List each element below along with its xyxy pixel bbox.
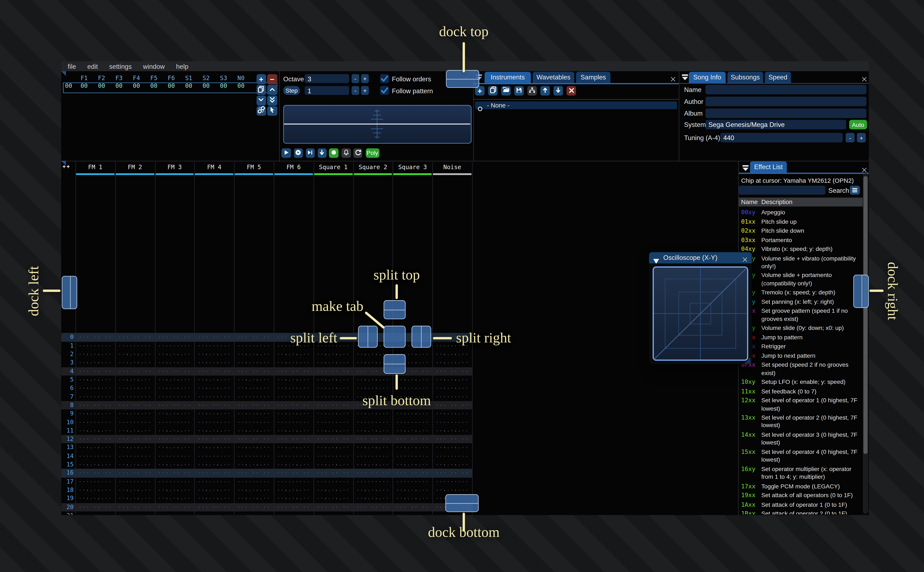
channel-header-9[interactable]: Noise: [433, 164, 472, 170]
collapse-panel-icon[interactable]: [742, 164, 749, 172]
pattern-cell[interactable]: ··· ·· ·· ·· ··: [393, 494, 433, 503]
effect-row-13xx[interactable]: 13xxSet level of operator 2 (0 highest, …: [741, 413, 860, 429]
pattern-cell[interactable]: ··· ·· ·· ·· ··: [313, 494, 353, 503]
step-increase-button[interactable]: +: [361, 86, 369, 95]
pattern-cell[interactable]: ··· ·· ·· ·· ··: [115, 503, 155, 511]
pattern-cell[interactable]: ··· ·· ·· ·· ··: [195, 333, 234, 342]
pattern-cell[interactable]: ··· ·· ·· ·· ··: [313, 401, 353, 410]
pattern-cell[interactable]: ··· ·· ·· ·· ··: [115, 392, 155, 401]
pattern-cell[interactable]: ··· ·· ·· ·· ··: [433, 410, 472, 418]
pattern-cell[interactable]: ··· ·· ·· ·· ··: [115, 359, 155, 367]
pattern-cell[interactable]: ··· ·· ·· ·· ··: [115, 376, 155, 384]
pattern-cell[interactable]: ··· ·· ·· ·· ··: [155, 452, 195, 460]
pattern-cell[interactable]: ··· ·· ·· ·· ··: [115, 401, 155, 410]
pattern-cell[interactable]: ··· ·· ·· ·· ··: [433, 426, 472, 435]
pattern-cell[interactable]: ··· ·· ·· ·· ··: [274, 486, 313, 494]
pattern-cell[interactable]: ··· ·· ·· ·· ··: [274, 367, 313, 376]
channel-header-5[interactable]: FM 6: [274, 164, 313, 170]
pattern-cell[interactable]: ··· ·· ·· ·· ··: [274, 477, 313, 486]
pattern-cell[interactable]: ··· ·· ·· ·· ··: [195, 452, 234, 460]
pattern-cell[interactable]: ··· ·· ·· ·· ··: [155, 350, 195, 359]
effect-row-04xy[interactable]: 04xyVibrato (x: speed; y: depth): [741, 245, 860, 253]
add-order-button[interactable]: +: [256, 74, 266, 84]
pattern-cell[interactable]: ··· ·· ·· ·· ··: [353, 460, 393, 469]
pattern-cell[interactable]: ··· ·· ·· ·· ··: [353, 511, 393, 515]
effect-row-09xx[interactable]: 09xxSet groove pattern (speed 1 if no gr…: [741, 307, 860, 323]
orders-channel-0[interactable]: F1: [75, 75, 93, 81]
orders-channel-5[interactable]: F6: [162, 75, 180, 81]
dock-target-make-tab[interactable]: [383, 326, 405, 348]
pattern-cell[interactable]: ··· ·· ·· ·· ··: [274, 401, 313, 410]
pattern-cell[interactable]: ··· ·· ·· ·· ··: [433, 384, 472, 393]
order-cell-1[interactable]: 00: [93, 82, 110, 92]
pattern-cell[interactable]: ··· ·· ·· ·· ··: [433, 350, 472, 359]
pattern-cell[interactable]: ··· ·· ·· ·· ··: [274, 460, 313, 469]
pattern-cell[interactable]: ··· ·· ·· ·· ··: [234, 376, 274, 384]
pattern-cell[interactable]: ··· ·· ·· ·· ··: [115, 452, 155, 460]
effect-row-1Axx[interactable]: 1AxxSet attack of operator 1 (0 to 1F): [741, 500, 860, 508]
pattern-cell[interactable]: ··· ·· ·· ·· ··: [274, 426, 313, 435]
pattern-cell[interactable]: ··· ·· ·· ·· ··: [313, 443, 353, 452]
move-order-down-button[interactable]: [256, 96, 266, 106]
pattern-cell[interactable]: ··· ·· ·· ·· ··: [195, 477, 234, 486]
repeat-pattern-button[interactable]: [353, 148, 362, 158]
pattern-cell[interactable]: ··· ·· ·· ·· ··: [75, 410, 115, 418]
pattern-cell[interactable]: ··· ·· ·· ·· ··: [234, 443, 274, 452]
pattern-cell[interactable]: ··· ·· ·· ·· ··: [393, 418, 433, 426]
pattern-cell[interactable]: ··· ·· ·· ·· ··: [353, 410, 393, 418]
pattern-cell[interactable]: ··· ·· ·· ·· ··: [234, 435, 274, 444]
pattern-cell[interactable]: ··· ·· ·· ·· ··: [274, 350, 313, 359]
pattern-cell[interactable]: ··· ·· ·· ·· ··: [195, 435, 234, 444]
pattern-cell[interactable]: ··· ·· ·· ·· ··: [234, 359, 274, 367]
pattern-cell[interactable]: ··· ·· ·· ·· ··: [393, 426, 433, 435]
pattern-cell[interactable]: ··· ·· ·· ·· ··: [195, 392, 234, 401]
tab-speed[interactable]: Speed: [765, 72, 791, 83]
order-cell-7[interactable]: 00: [197, 82, 215, 92]
effect-row-1Bxx[interactable]: 1BxxSet attack of operator 2 (0 to 1F): [741, 510, 860, 514]
pattern-cell[interactable]: ··· ·· ·· ·· ··: [75, 435, 115, 444]
pattern-cell[interactable]: ··· ·· ·· ·· ··: [274, 511, 313, 515]
pattern-cell[interactable]: ··· ·· ·· ·· ··: [75, 367, 115, 376]
pattern-cell[interactable]: ··· ·· ·· ·· ··: [274, 384, 313, 393]
pattern-cell[interactable]: ··· ·· ·· ·· ··: [155, 376, 195, 384]
move-instrument-down-button[interactable]: [553, 86, 563, 96]
pattern-cell[interactable]: ··· ·· ·· ·· ··: [353, 435, 393, 444]
pattern-cell[interactable]: ··· ·· ·· ·· ··: [234, 452, 274, 460]
deep-clone-order-button[interactable]: [256, 106, 266, 116]
move-instrument-up-button[interactable]: [541, 86, 550, 96]
pattern-cell[interactable]: ··· ·· ·· ·· ··: [115, 367, 155, 376]
pattern-cell[interactable]: ··· ·· ·· ·· ··: [234, 477, 274, 486]
expand-channels-button[interactable]: ++: [62, 163, 70, 169]
pattern-cell[interactable]: ··· ·· ·· ·· ··: [115, 511, 155, 515]
pattern-cell[interactable]: ··· ·· ·· ·· ··: [433, 460, 472, 469]
follow-orders-checkbox[interactable]: [380, 74, 389, 83]
effect-row-01xx[interactable]: 01xxPitch slide up: [741, 218, 860, 225]
octave-input[interactable]: 3: [305, 74, 349, 83]
pattern-cell[interactable]: ··· ·· ·· ·· ··: [353, 486, 393, 494]
dock-target-top[interactable]: [446, 70, 479, 88]
column-description[interactable]: Description: [761, 198, 792, 205]
oscilloscope-widget[interactable]: [283, 105, 472, 143]
author-input[interactable]: [706, 97, 866, 106]
pattern-cell[interactable]: ··· ·· ·· ·· ··: [75, 418, 115, 426]
pattern-cell[interactable]: ··· ·· ·· ·· ··: [313, 477, 353, 486]
pattern-cell[interactable]: ··· ·· ·· ·· ··: [115, 342, 155, 350]
pattern-cell[interactable]: ··· ·· ·· ·· ··: [274, 376, 313, 384]
effect-row-0Dxx[interactable]: 0DxxJump to next pattern: [741, 352, 860, 360]
order-cell-2[interactable]: 00: [110, 82, 128, 92]
pattern-cell[interactable]: ··· ·· ·· ·· ··: [75, 443, 115, 452]
orders-channel-4[interactable]: F5: [145, 75, 162, 81]
dock-target-split-left[interactable]: [358, 326, 377, 348]
play-row-button[interactable]: [305, 148, 315, 158]
orders-channel-8[interactable]: S3: [215, 75, 232, 81]
pattern-cell[interactable]: ··· ·· ·· ·· ··: [234, 503, 274, 511]
pattern-cell[interactable]: ··· ·· ·· ·· ··: [433, 376, 472, 384]
pattern-cell[interactable]: ··· ·· ·· ·· ··: [115, 494, 155, 503]
tuning-decrease-button[interactable]: -: [846, 133, 854, 142]
effect-row-0Bxx[interactable]: 0BxxJump to pattern: [741, 333, 860, 341]
play-button[interactable]: [281, 148, 291, 158]
pattern-cell[interactable]: ··· ·· ·· ·· ··: [433, 359, 472, 367]
step-input[interactable]: 1: [305, 86, 349, 95]
orders-channel-3[interactable]: F4: [128, 75, 145, 81]
pattern-cell[interactable]: ··· ·· ·· ·· ··: [195, 494, 234, 503]
